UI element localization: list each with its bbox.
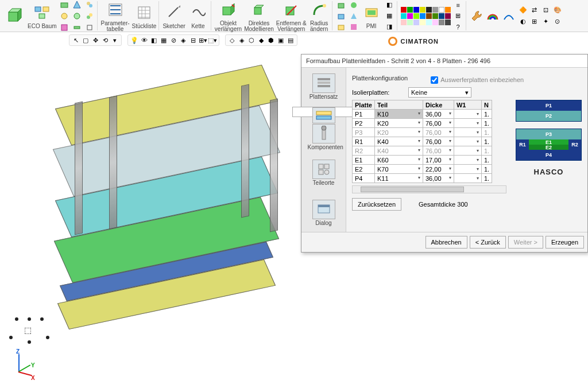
view-navpad[interactable]: ⬚ bbox=[9, 317, 49, 346]
cell-teil[interactable]: K10 bbox=[374, 110, 423, 119]
tool-g[interactable]: ✦ bbox=[541, 17, 551, 27]
sm-icon-9[interactable] bbox=[84, 22, 95, 33]
tool-wrench-icon[interactable] bbox=[470, 9, 483, 23]
side-teileorte[interactable]: Teileorte bbox=[305, 157, 343, 188]
ribbon-cube-icon[interactable] bbox=[5, 6, 25, 26]
tool-e[interactable]: ◐ bbox=[518, 17, 528, 27]
cell-w1[interactable] bbox=[454, 110, 481, 119]
disp-sec-icon[interactable]: ⊟ bbox=[189, 36, 197, 44]
cell-teil[interactable]: K40 bbox=[374, 146, 423, 156]
sel-box-icon[interactable]: ▢ bbox=[82, 36, 90, 44]
side-platten[interactable]: Platten bbox=[292, 107, 355, 117]
kette-icon[interactable] bbox=[188, 2, 208, 23]
view-5[interactable]: ⬢ bbox=[267, 36, 275, 44]
view-6[interactable]: ▣ bbox=[277, 36, 285, 44]
reset-button[interactable]: Zurücksetzen bbox=[352, 198, 401, 211]
tool-f[interactable]: ⊞ bbox=[529, 17, 540, 27]
side-dialog[interactable]: Dialog bbox=[305, 197, 343, 228]
sm-icon-7[interactable] bbox=[84, 0, 95, 10]
sketch-icon[interactable] bbox=[164, 2, 184, 23]
cell-w1[interactable] bbox=[454, 156, 481, 165]
cell-teil[interactable]: K11 bbox=[374, 174, 423, 183]
cancel-button[interactable]: Abbrechen bbox=[425, 236, 467, 249]
cell-w1[interactable] bbox=[454, 137, 481, 146]
sm-icon-3[interactable] bbox=[59, 22, 69, 33]
misc-9[interactable]: ◨ bbox=[384, 22, 394, 32]
disp-wire-icon[interactable]: ▦ bbox=[160, 36, 168, 44]
obj-icon[interactable] bbox=[218, 0, 238, 20]
side-komponenten[interactable]: Komponenten bbox=[305, 122, 343, 153]
cell-teil[interactable]: K70 bbox=[374, 165, 423, 174]
direkt-icon[interactable] bbox=[249, 0, 269, 20]
tool-a[interactable]: 🔶 bbox=[518, 5, 528, 15]
color-palette[interactable] bbox=[401, 7, 451, 25]
cell-dicke[interactable]: 76,00 bbox=[423, 146, 454, 156]
view-7[interactable]: ▤ bbox=[287, 36, 295, 44]
entfernen-icon[interactable] bbox=[281, 0, 301, 20]
view-2[interactable]: ◈ bbox=[238, 36, 246, 44]
cell-dicke[interactable]: 17,00 bbox=[423, 156, 454, 165]
cell-dicke[interactable]: 76,00 bbox=[423, 128, 454, 137]
misc-3[interactable] bbox=[336, 22, 346, 32]
tool-rainbow-icon[interactable] bbox=[486, 9, 500, 23]
plate-row-R2[interactable]: R2K4076,001. bbox=[353, 146, 492, 156]
color-tool-3[interactable]: ? bbox=[453, 22, 463, 32]
misc-2[interactable] bbox=[336, 11, 346, 21]
sm-icon-4[interactable] bbox=[72, 0, 82, 10]
eco-baum-icon[interactable] bbox=[32, 2, 52, 23]
sel-arrow-icon[interactable]: ↖ bbox=[72, 36, 80, 44]
side-plattensatz[interactable]: Plattensatz bbox=[305, 71, 343, 102]
cell-w1[interactable] bbox=[454, 165, 481, 174]
plate-row-R1[interactable]: R1K4076,001. bbox=[353, 137, 492, 146]
view-4[interactable]: ◆ bbox=[257, 36, 265, 44]
pmi-icon[interactable] bbox=[361, 2, 382, 23]
cell-w1[interactable] bbox=[454, 119, 481, 128]
color-tool-1[interactable]: ≡ bbox=[453, 0, 463, 10]
back-button[interactable]: < Zurück bbox=[470, 236, 506, 249]
view-3[interactable]: ⬡ bbox=[247, 36, 256, 44]
iso-select[interactable]: Keine▾ bbox=[408, 87, 471, 98]
sm-icon-1[interactable] bbox=[59, 0, 69, 10]
radius-icon[interactable] bbox=[309, 0, 330, 20]
plate-row-P3[interactable]: P3K2076,001. bbox=[353, 128, 492, 137]
stueck-icon[interactable] bbox=[134, 2, 154, 23]
disp-bulb-icon[interactable]: 💡 bbox=[130, 36, 138, 44]
misc-5[interactable] bbox=[349, 11, 359, 21]
plate-row-E1[interactable]: E1K6017,001. bbox=[353, 156, 492, 165]
table-hscroll[interactable] bbox=[352, 185, 506, 193]
plate-row-P1[interactable]: P1K1036,001. bbox=[353, 110, 492, 119]
cell-w1[interactable] bbox=[454, 128, 481, 137]
tool-h[interactable]: ⊙ bbox=[552, 17, 563, 27]
sel-rot-icon[interactable]: ⟲ bbox=[101, 36, 109, 44]
tool-c[interactable]: ⊡ bbox=[541, 5, 551, 15]
cell-dicke[interactable]: 36,00 bbox=[423, 174, 454, 183]
cell-teil[interactable]: K40 bbox=[374, 137, 423, 146]
misc-6[interactable] bbox=[349, 22, 359, 32]
misc-8[interactable]: ▦ bbox=[384, 11, 394, 21]
ejector-checkbox[interactable]: Auswerferplatten einbeziehen bbox=[431, 76, 524, 84]
disp-grid-icon[interactable]: ⊞▾ bbox=[199, 36, 207, 44]
disp-eye-icon[interactable]: 👁 bbox=[140, 36, 148, 44]
color-tool-2[interactable]: ⊞ bbox=[453, 11, 463, 21]
tool-curve-icon[interactable] bbox=[502, 9, 516, 23]
plate-row-P4[interactable]: P4K1136,001. bbox=[353, 174, 492, 183]
misc-1[interactable] bbox=[336, 0, 346, 10]
cell-dicke[interactable]: 76,00 bbox=[423, 137, 454, 146]
cell-dicke[interactable]: 22,00 bbox=[423, 165, 454, 174]
sm-icon-5[interactable] bbox=[72, 11, 82, 21]
sel-move-icon[interactable]: ✥ bbox=[91, 36, 99, 44]
tool-d[interactable]: 🎨 bbox=[552, 5, 563, 15]
sm-icon-2[interactable] bbox=[59, 11, 69, 21]
sm-icon-8[interactable] bbox=[84, 11, 95, 21]
cell-dicke[interactable]: 76,00 bbox=[423, 119, 454, 128]
plate-row-P2[interactable]: P2K2076,001. bbox=[353, 119, 492, 128]
cell-teil[interactable]: K20 bbox=[374, 128, 423, 137]
plate-row-E2[interactable]: E2K7022,001. bbox=[353, 165, 492, 174]
disp-hide-icon[interactable]: ⊘ bbox=[169, 36, 177, 44]
cell-w1[interactable] bbox=[454, 174, 481, 183]
cell-teil[interactable]: K20 bbox=[374, 119, 423, 128]
misc-4[interactable] bbox=[349, 0, 359, 10]
disp-cube-icon[interactable]: ⬚▾ bbox=[208, 36, 216, 44]
cell-teil[interactable]: K60 bbox=[374, 156, 423, 165]
create-button[interactable]: Erzeugen bbox=[546, 236, 584, 249]
